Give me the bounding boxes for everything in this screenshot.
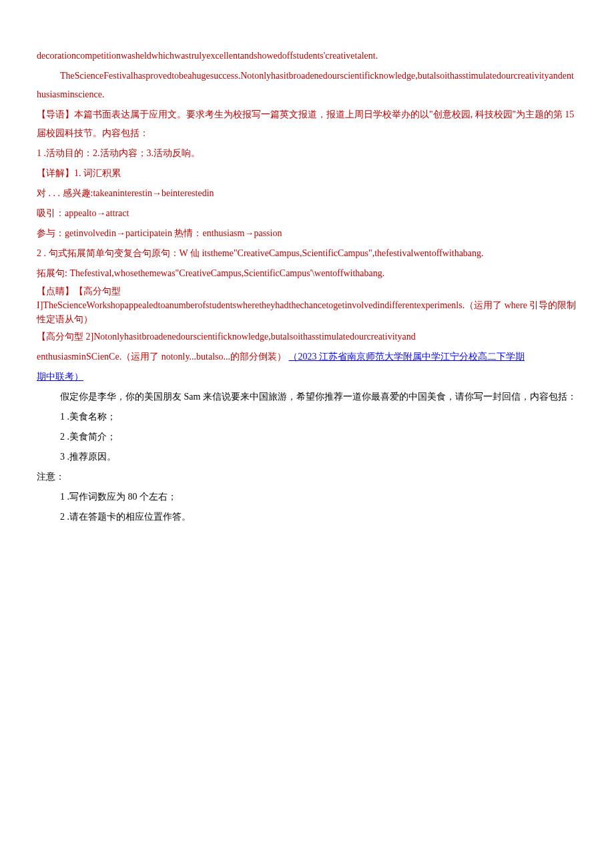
enthusiasm-text: enthusiasminSCienCe.（运用了 notonly...butal… <box>37 352 286 362</box>
para-detail-header: 【详解】1. 词汇积累 <box>37 164 577 183</box>
highlight-1a: 【点睛】【高分句型 <box>37 286 121 296</box>
para-note-1: 1 .写作词数应为 80 个左右； <box>37 488 577 506</box>
para-task-intro: 假定你是李华，你的美国朋友 Sam 来信说要来中国旅游，希望你推荐一道你最喜爱的… <box>37 388 577 406</box>
para-expanded-sentence: 拓展句: Thefestival,whosethemewas"CreativeC… <box>37 264 577 283</box>
highlight-1b: I]TheScienceWorkshopappealedtoanumberofs… <box>37 300 576 324</box>
para-note-header: 注意： <box>37 468 577 486</box>
para-vocab-3: 参与：getinvolvedin→participatein 热情：enthus… <box>37 224 577 243</box>
para-science-festival: TheScienceFestivalhasprovedtobeahugesucc… <box>37 67 577 104</box>
para-decoration: decorationcompetitionwasheldwhichwastrul… <box>37 47 577 65</box>
para-item-3: 3 .推荐原因。 <box>37 448 577 466</box>
para-item-1: 1 .美食名称； <box>37 408 577 426</box>
para-highlight-2: 【高分句型 2]Notonlyhasitbroadenedourscientif… <box>37 328 577 346</box>
para-vocab-2: 吸引：appealto→attract <box>37 204 577 223</box>
para-sentence-expand: 2 . 句式拓展简单句变复合句原句：W 仙 itstheme"CreativeC… <box>37 244 577 263</box>
para-enthusiasm-line: enthusiasminSCienCe.（运用了 notonly...butal… <box>37 348 577 366</box>
para-highlight-1: 【点睛】【高分句型 I]TheScienceWorkshopappealedto… <box>37 284 577 326</box>
para-exam-source-continue: 期中联考） <box>37 368 577 386</box>
exam-source-link[interactable]: （2023 江苏省南京师范大学附属中学江宁分校高二下学期 <box>288 352 525 362</box>
exam-source-link-2[interactable]: 期中联考） <box>37 372 83 382</box>
para-content-points: 1 .活动目的：2.活动内容；3.活动反响。 <box>37 144 577 163</box>
para-note-2: 2 .请在答题卡的相应位置作答。 <box>37 508 577 526</box>
para-item-2: 2 .美食简介； <box>37 428 577 446</box>
para-vocab-1: 对 . . . 感兴趣:takeaninterestin→beintereste… <box>37 184 577 203</box>
para-intro: 【导语】本篇书面表达属于应用文。要求考生为校报写一篇英文报道，报道上周日学校举办… <box>37 105 577 143</box>
